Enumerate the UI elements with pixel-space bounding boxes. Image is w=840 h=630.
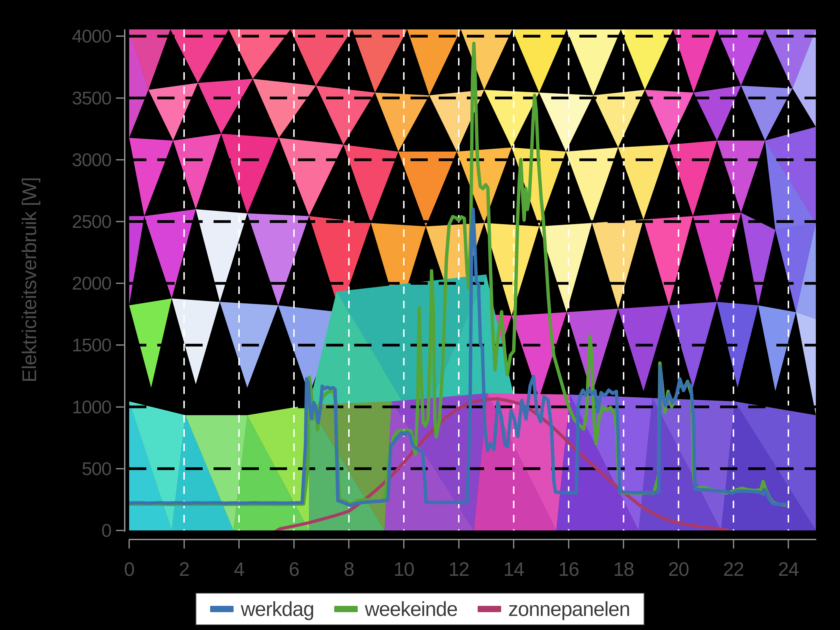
y-tick-mark (116, 35, 124, 37)
y-tick-mark (116, 221, 124, 222)
legend-label-zonnepanelen: zonnepanelen (508, 597, 630, 621)
x-tick-label: 0 (108, 559, 150, 579)
x-tick-mark (678, 540, 679, 548)
x-tick-mark (733, 540, 734, 548)
zonnepanelen-line-swatch (478, 606, 501, 612)
x-tick-label: 24 (767, 559, 809, 579)
x-tick-mark (128, 540, 130, 548)
werkdag-line-swatch (210, 606, 234, 612)
legend-label-weekeinde: weekeinde (365, 597, 457, 621)
x-tick-label: 6 (273, 559, 315, 579)
plot-svg (129, 29, 816, 531)
y-tick-mark (116, 530, 124, 531)
x-tick-label: 22 (712, 559, 755, 579)
legend: werkdag weekeinde zonnepanelen (195, 593, 644, 625)
figure: Elektriciteitsverbruik [W] (0, 0, 840, 630)
x-tick-mark (568, 540, 569, 548)
x-tick-label: 18 (603, 559, 644, 579)
x-tick-label: 10 (383, 559, 425, 579)
legend-label-werkdag: werkdag (241, 597, 314, 621)
y-tick-mark (116, 406, 124, 407)
x-tick-mark (513, 540, 514, 548)
x-tick-mark (348, 540, 349, 548)
y-tick-label: 1500 (48, 335, 111, 355)
y-tick-label: 2000 (48, 273, 111, 294)
y-tick-label: 4000 (48, 25, 111, 47)
x-tick-mark (788, 540, 789, 548)
x-tick-mark (458, 540, 459, 548)
x-axis-spine (129, 539, 816, 540)
legend-item-weekeinde: weekeinde (334, 597, 457, 621)
x-tick-label: 20 (657, 559, 699, 579)
y-tick-label: 0 (48, 520, 111, 541)
x-tick-mark (238, 540, 240, 548)
x-tick-label: 2 (163, 559, 205, 579)
x-tick-label: 4 (218, 559, 260, 579)
plot-area (129, 29, 816, 531)
x-tick-label: 12 (438, 559, 480, 579)
y-tick-label: 3000 (48, 149, 111, 170)
y-tick-label: 2500 (48, 211, 111, 232)
x-tick-mark (294, 540, 295, 548)
y-tick-mark (116, 468, 124, 469)
x-tick-label: 16 (548, 559, 590, 579)
y-axis-spine (124, 29, 125, 532)
legend-item-werkdag: werkdag (210, 597, 314, 621)
x-tick-label: 8 (328, 559, 370, 579)
weekeinde-line-swatch (334, 606, 358, 612)
y-tick-mark (116, 344, 124, 346)
y-tick-label: 1000 (48, 396, 111, 417)
y-tick-mark (116, 159, 124, 160)
y-tick-label: 500 (48, 458, 111, 479)
y-tick-label: 3500 (48, 88, 111, 109)
y-tick-mark (116, 283, 124, 284)
legend-item-zonnepanelen: zonnepanelen (478, 597, 630, 621)
y-axis-label: Elektriciteitsverbruik [W] (13, 29, 46, 531)
x-tick-mark (623, 540, 624, 548)
x-tick-mark (403, 540, 404, 548)
x-tick-label: 14 (493, 559, 535, 579)
x-tick-mark (183, 540, 185, 548)
y-tick-mark (116, 98, 124, 99)
